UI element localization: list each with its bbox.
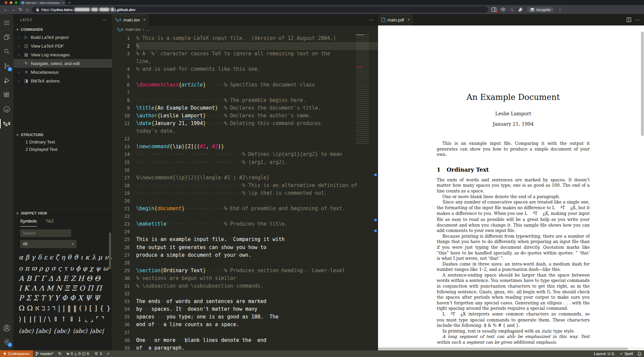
symbol-snippet[interactable]: ] [94, 303, 97, 313]
symbol-snippet[interactable]: Ψ [94, 293, 100, 303]
code-line[interactable]: 25This·is·an·example·input·file.··Compar… [112, 236, 378, 243]
latex-workshop-icon[interactable]: TEX [0, 117, 13, 130]
side-panel-icon[interactable] [491, 7, 496, 12]
symbol-snippet[interactable]: Ω [19, 303, 24, 313]
tab-main-pdf[interactable]: main.pdf × [378, 14, 413, 25]
snippet-scrollbar[interactable] [109, 233, 111, 269]
symbol-snippet[interactable]: σ [51, 263, 56, 274]
code-line[interactable]: 11\date{January·21,·1994}······%·Deletin… [112, 120, 378, 127]
symbol-snippet[interactable]: ב [42, 303, 45, 313]
symbol-snippet[interactable]: E [63, 274, 68, 284]
symbol-snippet[interactable]: Υ [48, 293, 52, 303]
symbol-search-input[interactable] [20, 229, 71, 237]
command-item[interactable]: ›◨BibTeX actions [13, 76, 112, 85]
section-snippet-view[interactable]: ∨ SNIPPET VIEW [13, 209, 112, 217]
forward-button[interactable]: → [11, 7, 15, 12]
symbol-snippet[interactable]: Θ [86, 274, 92, 284]
symbol-snippet[interactable]: Ψ [85, 293, 91, 303]
symbol-snippet[interactable]: π [25, 263, 29, 274]
command-item[interactable]: ›▤View Log messages [13, 50, 112, 59]
problems-indicator[interactable]: ⊗ 0 △ 0 i 6 [64, 350, 92, 357]
symbol-snippet[interactable]: τ [64, 263, 67, 274]
code-line[interactable]: 20 [112, 197, 378, 205]
symbol-snippet[interactable]: Υ [55, 293, 59, 303]
address-bar[interactable]: https://zydou-latex-j.github.dev [32, 6, 488, 13]
section-structure[interactable]: ∨ STRUCTURE [13, 131, 112, 138]
symbol-snippet[interactable]: Γ [34, 274, 39, 284]
code-line[interactable]: 23\maketitle···················%·Produce… [112, 220, 378, 228]
back-button[interactable]: ← [3, 7, 8, 12]
code-line[interactable]: 32 [112, 290, 378, 298]
symbol-snippet[interactable]: φ [83, 263, 87, 274]
branch-indicator[interactable]: master* [33, 350, 56, 357]
code-line[interactable]: 9\title{An·Example·Document}··%·Declares… [112, 104, 378, 112]
tab-symbols[interactable]: Symbols [20, 219, 37, 227]
symbol-snippet[interactable]: [ [89, 303, 92, 313]
symbol-snippet[interactable]: ⌝ [101, 313, 104, 325]
sidebar-actions-icon[interactable]: ⋯ [103, 17, 107, 22]
code-line[interactable]: 27produce·a·simple·document·of·your·own. [112, 251, 378, 259]
symbol-snippet[interactable]: \ [48, 313, 51, 325]
code-line[interactable]: 26the·output·it·generates·can·show·you·h… [112, 244, 378, 251]
source-control-icon[interactable]: 1 [0, 59, 13, 73]
menu-hamburger-icon[interactable] [0, 16, 13, 29]
code-line[interactable]: 35spaces····you·type;·one·is·as·good·as·… [112, 313, 378, 321]
format-check-indicator[interactable]: ✓ [104, 350, 112, 357]
symbol-snippet[interactable]: χ [90, 263, 94, 274]
symbol-snippet[interactable]: [abc] [36, 325, 51, 336]
bookmark-star-icon[interactable]: ☆ [510, 7, 514, 12]
symbol-snippet[interactable]: υ [70, 263, 74, 274]
symbol-snippet[interactable]: Φ [70, 293, 75, 303]
run-debug-icon[interactable] [0, 74, 13, 87]
symbol-snippet[interactable]: Ξ [64, 284, 69, 293]
symbol-category-select[interactable]: All ∨ [20, 240, 76, 248]
symbol-snippet[interactable]: Λ [32, 284, 37, 293]
code-line[interactable]: 18···································%·T… [112, 182, 378, 189]
account-icon[interactable] [0, 321, 13, 335]
symbol-snippet[interactable]: Ω [27, 303, 33, 313]
symbol-snippet[interactable]: ⌈ [34, 313, 36, 325]
symbol-snippet[interactable]: κ [85, 251, 89, 263]
symbol-snippet[interactable]: ‖ [67, 303, 71, 313]
code-line[interactable]: 4%·and·is·used·for·comments·like·this·on… [112, 65, 378, 73]
code-line[interactable]: 29\section{Ordinary·Text}······%·Produce… [112, 267, 378, 275]
command-item[interactable]: ›◫View LaTeX PDF [13, 42, 112, 50]
symbol-snippet[interactable]: γ [32, 251, 35, 263]
editor-actions-icon[interactable]: ⋯ [369, 17, 374, 22]
symbol-snippet[interactable]: ς [58, 263, 62, 274]
code-line[interactable]: 14···································%·D… [112, 151, 378, 158]
breadcrumb[interactable]: TEX main.tex › … [112, 25, 378, 34]
symbol-snippet[interactable]: ( [79, 303, 82, 313]
symbol-snippet[interactable]: η [61, 251, 65, 263]
sync-button[interactable]: ↻ [56, 350, 64, 357]
tab-close-icon[interactable]: × [408, 17, 410, 22]
symbol-snippet[interactable]: ↓ [77, 313, 83, 325]
symbol-snippet[interactable]: ϱ [45, 263, 49, 274]
pdf-viewer[interactable]: An Example Document Leslie Lamport Janua… [378, 25, 644, 350]
new-tab-button[interactable]: + [68, 1, 70, 5]
code-line[interactable]: 1%·This·is·a·sample·LaTeX·input·file.··(… [112, 35, 378, 42]
tab-tikz[interactable]: TikZ [46, 219, 54, 227]
symbol-snippet[interactable]: |abc| [90, 325, 104, 336]
extensions-icon[interactable] [0, 88, 13, 102]
layout-indicator[interactable]: Layout: U.S. [591, 352, 617, 356]
code-line[interactable]: 31%·\subsection·and·\subsubsection·comma… [112, 282, 378, 290]
pdf-vertical-scrollbar[interactable] [641, 32, 644, 136]
code-line[interactable]: 28 [112, 259, 378, 267]
code-line[interactable]: 19···································%·\… [112, 189, 378, 197]
ports-indicator[interactable]: 3 [92, 350, 104, 357]
symbol-snippet[interactable]: ⇑ [53, 313, 59, 325]
symbol-snippet[interactable]: ϖ [32, 263, 37, 274]
symbol-snippet[interactable]: ⌞ [85, 313, 88, 325]
symbol-snippet[interactable]: θ [67, 251, 71, 263]
symbol-snippet[interactable]: A [19, 274, 24, 284]
symbol-snippet[interactable]: ϵ [49, 251, 53, 263]
tab-close-icon[interactable]: × [62, 1, 64, 4]
command-item[interactable]: ›✎Navigate, select, and edit [13, 59, 112, 68]
symbol-snippet[interactable]: ) [84, 303, 87, 313]
symbol-snippet[interactable]: | [63, 303, 65, 313]
symbol-snippet[interactable]: ⌋ [29, 313, 32, 325]
symbol-snippet[interactable]: λ [92, 251, 96, 263]
symbol-snippet[interactable]: ψ [96, 263, 101, 274]
minimap[interactable] [356, 35, 369, 144]
